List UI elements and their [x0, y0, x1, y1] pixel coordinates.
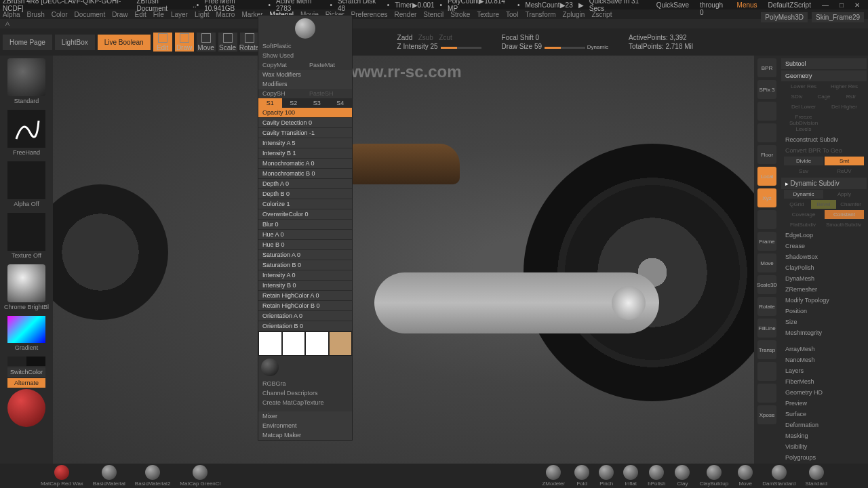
panel-item[interactable]: Surface: [781, 409, 867, 420]
tool-button[interactable]: Transp: [757, 340, 776, 359]
menu-zscript[interactable]: Zscript: [591, 11, 612, 18]
material-slider[interactable]: Retain HighColor A 0: [258, 291, 352, 301]
material-thumb[interactable]: [7, 264, 45, 302]
material-shortcut[interactable]: BasicMaterial: [93, 465, 125, 487]
menu-zplugin[interactable]: Zplugin: [563, 11, 585, 18]
brush-shortcut[interactable]: Inflat: [623, 465, 638, 487]
material-slider[interactable]: Monochromatic B 0: [258, 169, 352, 179]
panel-item[interactable]: Masking: [781, 430, 867, 441]
tool-button[interactable]: BPR: [757, 58, 776, 77]
panel-item[interactable]: Visibility: [781, 441, 867, 452]
menus-toggle[interactable]: Menus: [737, 1, 757, 9]
brush-shortcut[interactable]: ClayBuildup: [699, 465, 728, 487]
panel-item[interactable]: ArrayMesh: [781, 344, 867, 354]
tool-button[interactable]: [757, 123, 776, 142]
polymesh-label[interactable]: PolyMesh3D: [761, 12, 808, 22]
swatch-col[interactable]: [329, 331, 353, 356]
switchcolor-button[interactable]: SwitchColor: [7, 367, 45, 377]
material-slider[interactable]: Intensity A 0: [258, 270, 352, 281]
move-mode-icon[interactable]: Move: [197, 33, 216, 52]
panel-item[interactable]: ClayPolish: [781, 262, 867, 273]
brush-shortcut[interactable]: Standard: [806, 465, 827, 487]
preview-ball[interactable]: [7, 389, 45, 427]
brush-shortcut[interactable]: hPolish: [648, 465, 665, 487]
tool-button[interactable]: [757, 384, 776, 403]
color-picker[interactable]: [7, 316, 45, 343]
tool-button[interactable]: Local: [757, 167, 776, 186]
tool-button[interactable]: [757, 210, 776, 229]
material-tab[interactable]: S2: [282, 98, 306, 108]
material-slider[interactable]: Opacity 100: [258, 108, 352, 118]
brush-shortcut[interactable]: DamStandard: [762, 465, 795, 487]
menu-stencil[interactable]: Stencil: [423, 11, 443, 18]
panel-item[interactable]: Deformation: [781, 420, 867, 430]
tool-button[interactable]: Xpose: [757, 405, 776, 424]
material-slider[interactable]: Hue A 0: [258, 230, 352, 240]
skin-label[interactable]: Skin_Frame29: [812, 12, 864, 22]
panel-item[interactable]: DynaMesh: [781, 273, 867, 284]
menu-edit[interactable]: Edit: [135, 11, 146, 18]
menu-color[interactable]: Color: [52, 11, 68, 18]
material-shortcut[interactable]: MatCap GreenCl: [180, 465, 220, 487]
material-slider[interactable]: Monochromatic A 0: [258, 159, 352, 169]
menu-draw[interactable]: Draw: [112, 11, 127, 18]
material-tab[interactable]: S3: [305, 98, 329, 108]
tool-button[interactable]: Frame: [757, 232, 776, 251]
brush-thumb[interactable]: [7, 58, 45, 96]
tool-button[interactable]: Floor: [757, 145, 776, 164]
material-slider[interactable]: Colorize 1: [258, 199, 352, 209]
quicksave-button[interactable]: QuickSave: [656, 1, 689, 9]
material-slider[interactable]: Saturation B 0: [258, 260, 352, 270]
texture-thumb[interactable]: [7, 213, 45, 251]
material-slider[interactable]: OverwriteColor 0: [258, 209, 352, 220]
brush-shortcut[interactable]: Fold: [574, 465, 589, 487]
swatch-b[interactable]: [305, 331, 329, 356]
material-slider[interactable]: Hue B 0: [258, 240, 352, 250]
rotate-mode-icon[interactable]: Rotate: [240, 33, 259, 52]
swatch-base[interactable]: [258, 331, 282, 356]
brush-shortcut[interactable]: ZModeler: [542, 465, 565, 487]
menu-document[interactable]: Document: [75, 11, 106, 18]
panel-item[interactable]: EdgeLoop: [781, 230, 867, 241]
menu-layer[interactable]: Layer: [171, 11, 188, 18]
material-slider[interactable]: Saturation A 0: [258, 250, 352, 260]
panel-item[interactable]: Geometry HD: [781, 387, 867, 398]
swatch-a[interactable]: [282, 331, 306, 356]
panel-item[interactable]: ZRemesher: [781, 284, 867, 295]
panel-item[interactable]: Preview: [781, 398, 867, 409]
tool-button[interactable]: Move: [757, 253, 776, 272]
menu-tool[interactable]: Tool: [506, 11, 518, 18]
material-slider[interactable]: Intensity B 0: [258, 281, 352, 291]
panel-item[interactable]: FiberMesh: [781, 376, 867, 387]
home-button[interactable]: Home Page: [3, 35, 52, 50]
panel-item[interactable]: Layers: [781, 365, 867, 376]
menu-brush[interactable]: Brush: [27, 11, 45, 18]
tool-button[interactable]: Scale3D: [757, 275, 776, 294]
panel-item[interactable]: MeshIntegrity: [781, 327, 867, 338]
menu-preferences[interactable]: Preferences: [351, 11, 388, 18]
menu-stroke[interactable]: Stroke: [450, 11, 470, 18]
stroke-thumb[interactable]: [7, 110, 45, 148]
material-slider[interactable]: Blur 0: [258, 220, 352, 230]
tool-button[interactable]: [757, 102, 776, 121]
menu-light[interactable]: Light: [195, 11, 210, 18]
panel-item[interactable]: Polygroups: [781, 452, 867, 463]
tool-button[interactable]: Xyz: [757, 188, 776, 207]
panel-item[interactable]: Modify Topology: [781, 295, 867, 306]
alpha-thumb[interactable]: [7, 161, 45, 199]
material-shortcut[interactable]: BasicMaterial2: [135, 465, 170, 487]
panel-item[interactable]: Position: [781, 306, 867, 317]
material-slider[interactable]: Cavity Transition -1: [258, 128, 352, 138]
material-slider[interactable]: Orientation B 0: [258, 321, 352, 331]
menu-file[interactable]: File: [153, 11, 164, 18]
liveboolean-button[interactable]: Live Boolean: [98, 35, 151, 50]
edit-mode-icon[interactable]: Edit: [153, 33, 172, 52]
panel-item[interactable]: ShadowBox: [781, 251, 867, 262]
material-slider[interactable]: Depth A 0: [258, 179, 352, 189]
material-slider[interactable]: Intensity A 5: [258, 138, 352, 148]
maximize-icon[interactable]: □: [840, 1, 844, 9]
alternate-button[interactable]: Alternate: [7, 378, 45, 388]
menu-render[interactable]: Render: [395, 11, 417, 18]
minimize-icon[interactable]: —: [822, 1, 829, 9]
color-swatch[interactable]: [7, 357, 45, 366]
